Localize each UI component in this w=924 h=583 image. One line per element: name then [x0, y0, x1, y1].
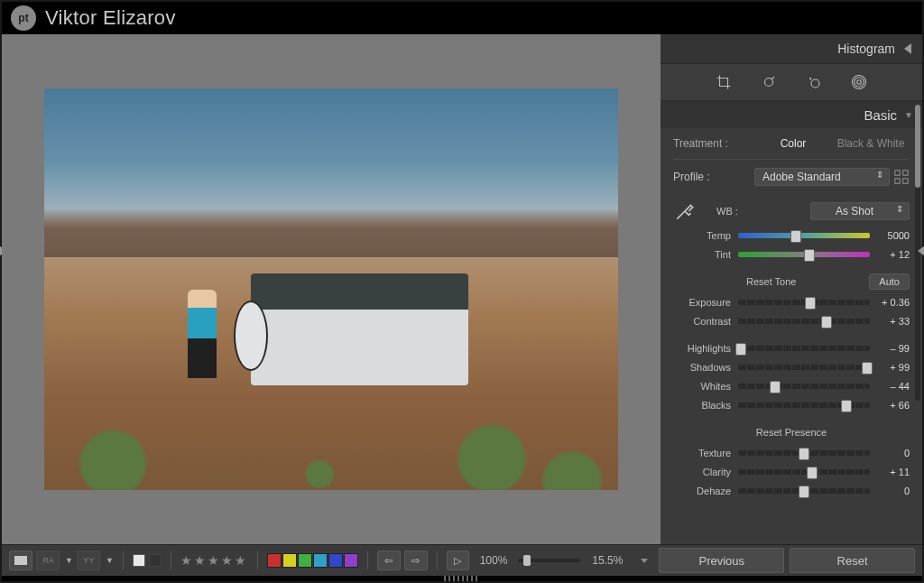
shadows-thumb[interactable]: [862, 362, 873, 375]
divider: [257, 551, 258, 569]
secondary-toolbar-toggle[interactable]: [641, 559, 648, 563]
wb-preset-dropdown[interactable]: As Shot: [810, 202, 910, 220]
contrast-value[interactable]: + 33: [873, 316, 910, 327]
highlights-label: Highlights: [673, 343, 735, 354]
whites-value[interactable]: – 44: [873, 381, 910, 392]
temp-thumb[interactable]: [790, 230, 801, 243]
svg-point-2: [857, 80, 862, 85]
basic-title: Basic: [864, 107, 897, 123]
color-swatch[interactable]: [282, 553, 297, 568]
rating-stars[interactable]: ★★★★★: [180, 553, 248, 568]
before-after-tb-button[interactable]: Y Y: [77, 551, 100, 570]
color-swatch[interactable]: [313, 553, 328, 568]
redeye-tool-icon[interactable]: [806, 74, 822, 90]
tint-slider[interactable]: [738, 252, 870, 257]
previous-button[interactable]: Previous: [659, 548, 784, 573]
zoom-thumb[interactable]: [523, 555, 531, 566]
svg-rect-7: [895, 179, 900, 183]
tint-value[interactable]: + 12: [873, 249, 910, 260]
svg-point-1: [811, 79, 819, 88]
texture-slider[interactable]: [738, 450, 870, 456]
image-canvas[interactable]: [5, 38, 657, 541]
clarity-thumb[interactable]: [807, 467, 818, 479]
dehaze-label: Dehaze: [673, 486, 735, 496]
play-slideshow-button[interactable]: ▷: [447, 551, 469, 570]
wb-label: WB :: [700, 206, 754, 217]
flag-reject-icon[interactable]: [149, 554, 162, 567]
color-swatch[interactable]: [328, 553, 343, 568]
temp-slider[interactable]: [738, 233, 870, 238]
reset-tone-label[interactable]: Reset Tone: [673, 276, 869, 287]
spot-removal-icon[interactable]: [761, 74, 777, 90]
white-balance-row: WB : As Shot: [673, 199, 910, 223]
crop-tool-icon[interactable]: [716, 74, 732, 90]
canvas-area: [2, 34, 661, 544]
dehaze-slider[interactable]: [738, 488, 870, 494]
clarity-value[interactable]: + 11: [873, 467, 910, 477]
highlights-thumb[interactable]: [735, 343, 746, 356]
exposure-value[interactable]: + 0.36: [873, 297, 910, 308]
treatment-color[interactable]: Color: [754, 137, 832, 150]
blacks-slider[interactable]: [738, 403, 870, 408]
profile-dropdown[interactable]: Adobe Standard: [754, 168, 890, 186]
wb-eyedropper-icon[interactable]: [673, 199, 697, 223]
contrast-slider[interactable]: [738, 319, 870, 324]
loupe-view-button[interactable]: [9, 551, 32, 570]
next-photo-button[interactable]: ⇨: [404, 551, 428, 570]
filmstrip-grip[interactable]: [444, 576, 480, 581]
develop-right-panel: Histogram Basic ▼ Treatment : Color Blac…: [661, 34, 922, 544]
tint-thumb[interactable]: [804, 249, 815, 262]
reset-button[interactable]: Reset: [790, 548, 915, 573]
whites-thumb[interactable]: [770, 381, 781, 393]
zoom-value[interactable]: 15.5%: [592, 554, 623, 567]
whites-slider[interactable]: [738, 384, 870, 389]
color-swatch[interactable]: [267, 553, 282, 568]
basic-panel-header[interactable]: Basic ▼: [661, 101, 922, 128]
chevron-down-icon: ▼: [904, 110, 913, 120]
texture-value[interactable]: 0: [873, 448, 910, 458]
blacks-value[interactable]: + 66: [873, 400, 910, 411]
treatment-bw[interactable]: Black & White: [832, 137, 910, 150]
shadows-slider[interactable]: [738, 365, 870, 370]
contrast-label: Contrast: [673, 316, 735, 327]
before-after-lr-button[interactable]: R A: [36, 551, 60, 570]
dehaze-value[interactable]: 0: [873, 486, 910, 496]
temp-label: Temp: [673, 230, 735, 241]
main-row: Histogram Basic ▼ Treatment : Color Blac…: [2, 34, 922, 544]
dehaze-thumb[interactable]: [799, 486, 809, 498]
photo-preview: [44, 88, 617, 491]
flag-pick-icon[interactable]: [133, 554, 145, 567]
radial-filter-icon[interactable]: [851, 74, 867, 90]
histogram-panel-header[interactable]: Histogram: [661, 34, 922, 64]
zoom-slider[interactable]: [518, 559, 581, 562]
zoom-fit-label[interactable]: 100%: [480, 554, 508, 567]
contrast-thumb[interactable]: [821, 316, 832, 329]
highlights-value[interactable]: – 99: [873, 343, 910, 354]
profile-browser-icon[interactable]: [893, 169, 910, 185]
right-panel-toggle[interactable]: [917, 233, 924, 269]
color-swatch[interactable]: [298, 553, 312, 568]
auto-tone-button[interactable]: Auto: [869, 273, 910, 290]
exposure-thumb[interactable]: [805, 297, 816, 310]
basic-panel-body: Treatment : Color Black & White Profile …: [661, 128, 922, 544]
view-mode-group: R A ▼ Y Y ▼: [9, 551, 114, 570]
whites-label: Whites: [673, 381, 735, 392]
exposure-slider[interactable]: [738, 300, 870, 305]
tint-label: Tint: [673, 249, 735, 260]
temp-slider-row: Temp 5000: [673, 227, 910, 245]
chevron-down-icon[interactable]: ▼: [106, 556, 114, 565]
temp-value[interactable]: 5000: [873, 230, 910, 241]
chevron-down-icon[interactable]: ▼: [65, 556, 73, 565]
clarity-slider[interactable]: [738, 469, 870, 475]
histogram-title: Histogram: [837, 42, 895, 56]
divider: [123, 551, 124, 569]
profile-row: Profile : Adobe Standard: [673, 165, 910, 189]
highlights-slider[interactable]: [738, 346, 870, 351]
scrollbar-thumb[interactable]: [915, 105, 920, 188]
shadows-value[interactable]: + 99: [873, 362, 910, 373]
prev-photo-button[interactable]: ⇦: [377, 551, 401, 570]
blacks-thumb[interactable]: [841, 400, 852, 412]
presence-section-header[interactable]: Reset Presence: [673, 421, 910, 443]
color-swatch[interactable]: [344, 553, 358, 568]
texture-thumb[interactable]: [799, 448, 809, 460]
